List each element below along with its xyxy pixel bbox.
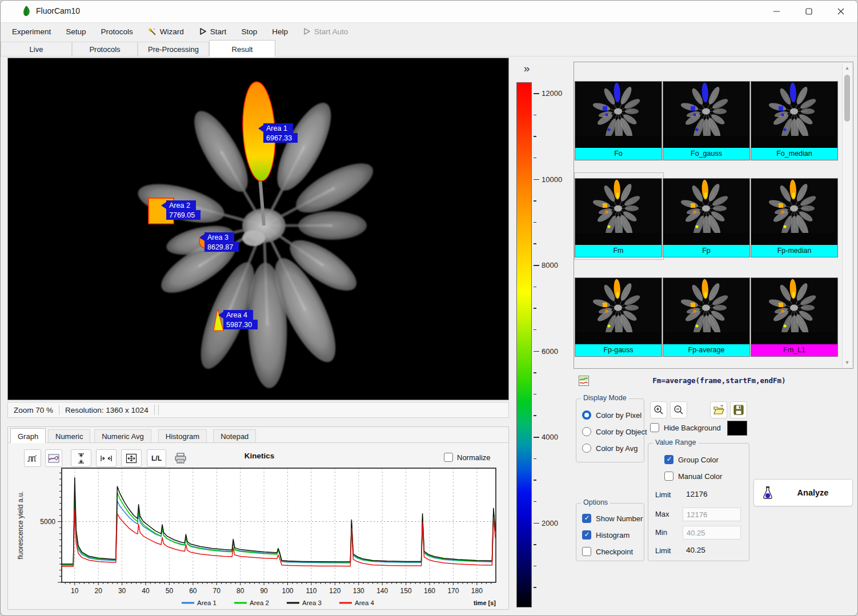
menu-bar: ExperimentSetupProtocolsWizardStartStopH… xyxy=(1,23,857,40)
bottom-tab-notepad[interactable]: Notepad xyxy=(213,429,256,442)
thumbnail-fm_l1[interactable]: Fm_L1 xyxy=(751,277,838,357)
thumbnail-fp[interactable]: Fp xyxy=(663,178,750,257)
tab-result[interactable]: Result xyxy=(209,40,275,57)
zoom-in-button[interactable] xyxy=(650,401,667,418)
maximize-button[interactable] xyxy=(796,1,822,22)
area-label-1[interactable]: Area 1 6967.33 xyxy=(258,123,298,143)
thumbnail-caption: Fo xyxy=(575,148,661,160)
limit-bottom-label: Limit xyxy=(655,546,671,555)
flask-icon xyxy=(762,486,773,500)
manual-color-checkbox[interactable] xyxy=(664,472,673,481)
fluorescence-image-view[interactable]: Area 1 6967.33 Area 2 7769.05 Area 3 862… xyxy=(7,58,509,400)
min-input[interactable] xyxy=(683,526,741,539)
checkbox-checkpoint[interactable] xyxy=(582,547,591,556)
thumbnail-caption: Fo_median xyxy=(751,148,837,160)
close-button[interactable] xyxy=(828,1,854,22)
checkbox-histogram[interactable] xyxy=(582,530,591,539)
thumbnail-plant-image xyxy=(751,278,836,332)
menu-item-experiment[interactable]: Experiment xyxy=(12,27,51,36)
scroll-down-icon[interactable]: ▼ xyxy=(843,358,852,367)
thumbnail-caption: Fm xyxy=(575,245,661,257)
normalize-checkbox[interactable] xyxy=(444,453,453,462)
radio-color-by-pixel[interactable] xyxy=(582,410,591,420)
colorbar-tick xyxy=(534,265,539,266)
close-icon xyxy=(837,8,844,15)
menu-item-help[interactable]: Help xyxy=(272,27,288,36)
svg-text:90: 90 xyxy=(260,587,268,595)
save-button[interactable] xyxy=(730,401,747,418)
thumbnail-plant-image xyxy=(575,82,660,136)
group-color-checkbox[interactable] xyxy=(664,455,673,464)
scroll-up-icon[interactable]: ▲ xyxy=(843,63,852,73)
svg-text:110: 110 xyxy=(306,587,316,595)
menu-item-protocols[interactable]: Protocols xyxy=(101,27,133,36)
colorbar-tick xyxy=(534,308,536,309)
colorbar-expand-button[interactable]: » xyxy=(518,61,535,76)
svg-text:70: 70 xyxy=(213,587,221,595)
thumbnail-fo_median[interactable]: Fo_median xyxy=(751,81,838,160)
options-row: Checkpoint xyxy=(582,547,633,556)
thumbnail-plant-image xyxy=(575,179,660,233)
area-label-3[interactable]: Area 3 8629.87 xyxy=(199,232,239,252)
svg-text:170: 170 xyxy=(447,587,459,595)
zoom-out-button[interactable] xyxy=(670,401,687,418)
thumbnail-fp-median[interactable]: Fp-median xyxy=(751,178,838,257)
tab-live[interactable]: Live xyxy=(1,42,72,56)
display-mode-option-row: Color by Object xyxy=(582,427,647,436)
colorbar-tick xyxy=(534,415,536,416)
window-title: FluorCam10 xyxy=(36,6,80,15)
menu-item-wizard[interactable]: Wizard xyxy=(148,27,184,36)
thumbnail-plant-image xyxy=(751,82,836,136)
limit-bottom-value: 40.25 xyxy=(686,546,705,554)
app-leaf-icon xyxy=(21,5,31,18)
colorbar-tick xyxy=(534,458,536,460)
kinetics-chart[interactable]: 1020304050607080901001101201301401501601… xyxy=(14,465,503,611)
bottom-tab-histogram[interactable]: Histogram xyxy=(158,429,207,442)
area-label-4[interactable]: Area 4 5987.30 xyxy=(218,310,258,329)
bottom-tab-graph[interactable]: Graph xyxy=(10,428,46,443)
thumbnail-fo_gauss[interactable]: Fo_gauss xyxy=(663,81,750,160)
limit-top-label: Limit xyxy=(655,490,671,499)
colorbar-tick xyxy=(534,329,536,331)
svg-text:5000: 5000 xyxy=(40,518,55,526)
svg-text:40: 40 xyxy=(142,587,150,595)
thumbnail-scrollbar[interactable]: ▲ ▼ xyxy=(842,63,852,367)
wand-icon xyxy=(148,27,157,36)
scrollbar-thumb[interactable] xyxy=(844,75,850,122)
bottom-tab-numeric-avg[interactable]: Numeric Avg xyxy=(94,429,151,442)
tab-protocols[interactable]: Protocols xyxy=(72,42,138,56)
thumbnail-fp-average[interactable]: Fp-average xyxy=(663,277,750,357)
thumbnail-fp-gauss[interactable]: Fp-gauss xyxy=(575,277,662,357)
max-input[interactable] xyxy=(683,508,741,521)
thumbnail-plant-image xyxy=(663,179,748,233)
colorbar-tick xyxy=(534,136,536,137)
limit-top-value: 12176 xyxy=(686,490,708,498)
display-mode-group: Display Mode Color by PixelColor by Obje… xyxy=(576,398,644,462)
radio-color-by-object[interactable] xyxy=(582,427,591,436)
tab-pre-processing[interactable]: Pre-Processing xyxy=(138,42,209,56)
colorbar-tick xyxy=(534,544,536,545)
radio-color-by-avg[interactable] xyxy=(582,444,591,453)
display-mode-option-row: Color by Pixel xyxy=(582,410,642,420)
area-label-2[interactable]: Area 2 7769.05 xyxy=(161,200,201,220)
svg-text:7769.05: 7769.05 xyxy=(169,211,195,219)
analyze-button[interactable]: Analyze xyxy=(753,479,853,506)
color-scale-bar xyxy=(516,82,532,607)
menu-item-start[interactable]: Start xyxy=(199,27,227,36)
thumbnail-fm[interactable]: Fm xyxy=(575,178,662,257)
hide-background-checkbox[interactable] xyxy=(650,423,659,432)
hide-background-label: Hide Background xyxy=(664,424,721,432)
minimize-button[interactable] xyxy=(764,1,790,22)
svg-text:Area 4: Area 4 xyxy=(355,599,374,606)
checkbox-show-number[interactable] xyxy=(582,514,591,523)
bottom-tab-numeric[interactable]: Numeric xyxy=(48,429,90,442)
open-file-button[interactable] xyxy=(710,401,727,418)
color-scale-ticks: 12000100008000600040002000 xyxy=(532,82,571,609)
thumbnail-fo[interactable]: Fo xyxy=(575,81,662,160)
colorbar-tick xyxy=(534,243,536,244)
background-color-swatch[interactable] xyxy=(727,421,747,436)
svg-text:8629.87: 8629.87 xyxy=(207,243,233,251)
title-bar: FluorCam10 xyxy=(1,1,857,23)
menu-item-stop[interactable]: Stop xyxy=(241,27,257,36)
menu-item-setup[interactable]: Setup xyxy=(66,27,86,36)
